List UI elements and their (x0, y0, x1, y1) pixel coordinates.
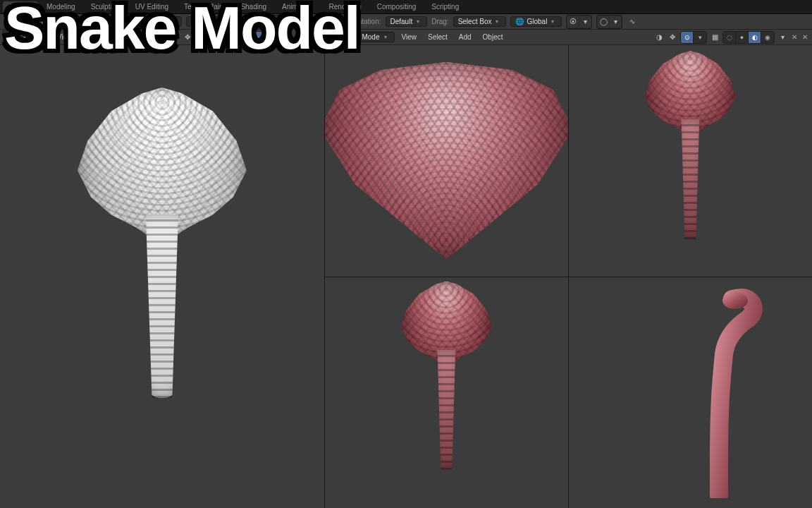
proportional-falloff-icon[interactable]: ▾ (285, 16, 297, 28)
overlay-pill-right: ⊙ ▾ (680, 31, 707, 44)
drag-dropdown-left[interactable]: Select Box (128, 16, 182, 27)
workspace-tab-texture[interactable]: Texture Paint (177, 1, 232, 12)
proportional-group-right[interactable]: ◯ ▾ (596, 15, 622, 29)
xray-toggle-icon[interactable]: ▦ (709, 32, 720, 43)
close-icon[interactable]: ✕ (790, 33, 799, 41)
viewport-left-canvas[interactable] (0, 45, 324, 508)
viewport-right-header: Object Mode View Select Add Object ◑ ✥ ⊙… (325, 30, 812, 45)
shading-options-icon[interactable]: ▾ (777, 32, 788, 43)
curve-icon[interactable]: ∿ (627, 16, 638, 28)
orientation-dropdown-left[interactable]: Default (61, 16, 103, 27)
quad-view-top[interactable] (325, 45, 568, 277)
selectability-icon[interactable]: ◑ (653, 32, 665, 43)
overlay-toggle-icon[interactable]: ⊙ (681, 32, 694, 43)
transform-space-value-right: Global (527, 18, 547, 25)
close-icon[interactable]: ✕ (316, 33, 324, 41)
snap-group-left[interactable]: ⦿ ▾ (242, 15, 268, 29)
viewport-menu-select-left[interactable]: Select (79, 32, 107, 42)
orientation-dropdown-right[interactable]: Default (386, 16, 428, 27)
svg-point-0 (722, 292, 748, 309)
close-icon[interactable]: ✕ (801, 33, 809, 41)
shading-matprev-icon[interactable]: ◐ (749, 32, 761, 43)
shading-options-icon[interactable]: ▾ (292, 32, 303, 43)
shading-rendered-icon[interactable]: ◉ (276, 32, 289, 43)
snap-target-icon[interactable]: ▾ (255, 16, 266, 28)
orientation-label-left: Orientation: (20, 18, 56, 25)
viewport-menu-view-right[interactable]: View (398, 32, 422, 42)
quad-view-persp[interactable] (569, 45, 812, 277)
drag-label-right: Drag: (431, 18, 448, 25)
proportional-edit-icon[interactable]: ◯ (273, 16, 285, 28)
workspace-tab-modeling[interactable]: Modeling (39, 1, 82, 12)
header-right-cluster-right: ◑ ✥ ⊙ ▾ ▦ ◌ ● ◐ ◉ ▾ ✕ ✕ (653, 31, 809, 44)
model-cobra-front (400, 282, 492, 470)
workspace-tab-compositing[interactable]: Compositing (370, 1, 424, 12)
viewport-menu-object-right[interactable]: Object (479, 32, 508, 42)
quad-view-side[interactable] (569, 277, 812, 509)
workspace-tab-strip: Layout Modeling Sculpting UV Editing Tex… (0, 0, 812, 14)
overlay-toggle-icon[interactable]: ⊙ (196, 32, 209, 43)
shading-mode-pill-right: ◌ ● ◐ ◉ (722, 31, 775, 44)
viewport-menu-add-left[interactable]: Add (110, 32, 131, 42)
drag-dropdown-right[interactable]: Select Box (453, 16, 507, 27)
shading-wireframe-icon[interactable]: ◌ (723, 32, 736, 43)
close-icon[interactable]: ✕ (305, 33, 314, 41)
magnet-icon[interactable]: ⦿ (243, 16, 254, 28)
globe-icon: 🌐 (515, 18, 524, 25)
xray-toggle-icon[interactable]: ▦ (224, 32, 235, 43)
tool-options-bar: ✛ Orientation: Default Drag: Select Box … (0, 14, 812, 30)
proportional-group-left[interactable]: ◯ ▾ (272, 15, 298, 29)
overlay-pill-left: ⊙ ▾ (195, 31, 222, 44)
shading-wireframe-icon[interactable]: ◌ (238, 32, 251, 43)
snap-target-icon[interactable]: ▾ (579, 16, 591, 28)
viewport-menu-object-left[interactable]: Object (134, 32, 163, 42)
viewport-left-header: Object Mode View Select Add Object ◑ ✥ ⊙… (0, 30, 324, 45)
transform-space-value-left: Global (202, 18, 223, 25)
interaction-mode-dropdown-right[interactable]: Object Mode (328, 32, 395, 42)
orientation-label-right: Orientation: (345, 18, 381, 25)
overlay-options-icon[interactable]: ▾ (694, 32, 706, 43)
proportional-falloff-icon[interactable]: ▾ (610, 16, 621, 28)
model-cobra-top (325, 62, 568, 260)
model-cobra-persp (644, 51, 736, 239)
transform-space-left[interactable]: 🌐 Global (186, 16, 238, 27)
shading-solid-icon[interactable]: ● (736, 32, 749, 43)
workspace-tab-uv-editing[interactable]: UV Editing (128, 1, 176, 12)
model-cobra-white (78, 87, 247, 398)
shading-rendered-icon[interactable]: ◉ (761, 32, 774, 43)
interaction-mode-dropdown-left[interactable]: Object Mode (3, 30, 50, 47)
magnet-icon[interactable]: ⦿ (567, 16, 579, 28)
workspace-tab-layout[interactable]: Layout (3, 1, 38, 12)
workspace-tab-scripting[interactable]: Scripting (424, 1, 466, 12)
globe-icon: 🌐 (191, 18, 199, 25)
viewport-menu-add-right[interactable]: Add (455, 32, 476, 42)
header-right-cluster-left: ◑ ✥ ⊙ ▾ ▦ ◌ ● ◐ ◉ ▾ ✕ ✕ (168, 31, 324, 44)
viewport-right[interactable]: Object Mode View Select Add Object ◑ ✥ ⊙… (325, 30, 812, 508)
gizmo-toggle-icon[interactable]: ✥ (182, 32, 193, 43)
proportional-edit-icon[interactable]: ◯ (598, 16, 609, 28)
workspace-tab-animation[interactable]: Animation (275, 1, 320, 12)
gizmo-toggle-icon[interactable]: ✥ (667, 32, 678, 43)
shading-matprev-icon[interactable]: ◐ (264, 32, 276, 43)
viewport-left[interactable]: Object Mode View Select Add Object ◑ ✥ ⊙… (0, 30, 325, 508)
shading-solid-icon[interactable]: ● (251, 32, 264, 43)
quad-view-front[interactable] (325, 277, 568, 509)
viewport-right-quad (325, 45, 812, 508)
drag-label-left: Drag: (106, 18, 123, 25)
snap-group-right[interactable]: ⦿ ▾ (566, 15, 592, 29)
transform-space-right[interactable]: 🌐 Global (510, 16, 562, 27)
workspace-tab-shading[interactable]: Shading (233, 1, 273, 12)
workspace-tab-rendering[interactable]: Rendering (322, 1, 369, 12)
viewport-menu-view-left[interactable]: View (53, 32, 77, 42)
cursor-tool-icon-right[interactable]: ✛ (329, 16, 340, 28)
model-cobra-side (613, 286, 768, 498)
selectability-icon[interactable]: ◑ (168, 32, 180, 43)
workspace-tab-sculpting[interactable]: Sculpting (84, 1, 127, 12)
overlay-options-icon[interactable]: ▾ (209, 32, 221, 43)
viewport-menu-select-right[interactable]: Select (424, 32, 452, 42)
cursor-tool-icon[interactable]: ✛ (4, 16, 16, 28)
shading-mode-pill-left: ◌ ● ◐ ◉ (238, 31, 290, 44)
